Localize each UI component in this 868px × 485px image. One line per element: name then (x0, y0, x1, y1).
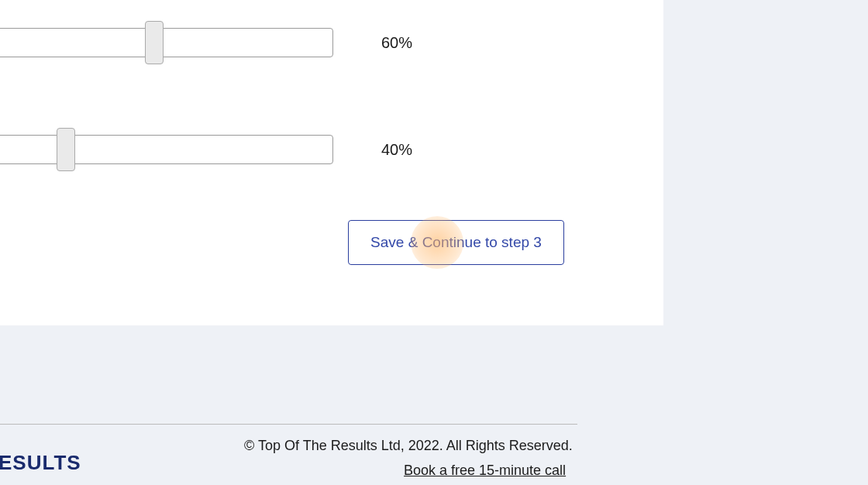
slider-value-1: 60% (381, 34, 412, 52)
book-call-link[interactable]: Book a free 15-minute call (404, 463, 566, 479)
slider-thumb-1[interactable] (145, 21, 164, 64)
slider-value-2: 40% (381, 141, 412, 159)
slider-track-1[interactable] (0, 28, 333, 57)
footer-separator (0, 424, 577, 425)
save-continue-label: Save & Continue to step 3 (370, 234, 542, 251)
slider-thumb-2[interactable] (57, 128, 75, 171)
save-continue-button[interactable]: Save & Continue to step 3 (348, 220, 564, 265)
slider-row-1: 60% (0, 28, 412, 57)
footer-copyright: © Top Of The Results Ltd, 2022. All Righ… (244, 438, 573, 454)
main-content-panel: 60% 40% Save & Continue to step 3 (0, 0, 663, 325)
slider-row-2: 40% (0, 135, 412, 164)
logo-fragment: ESULTS (0, 451, 81, 475)
slider-track-2[interactable] (0, 135, 333, 164)
